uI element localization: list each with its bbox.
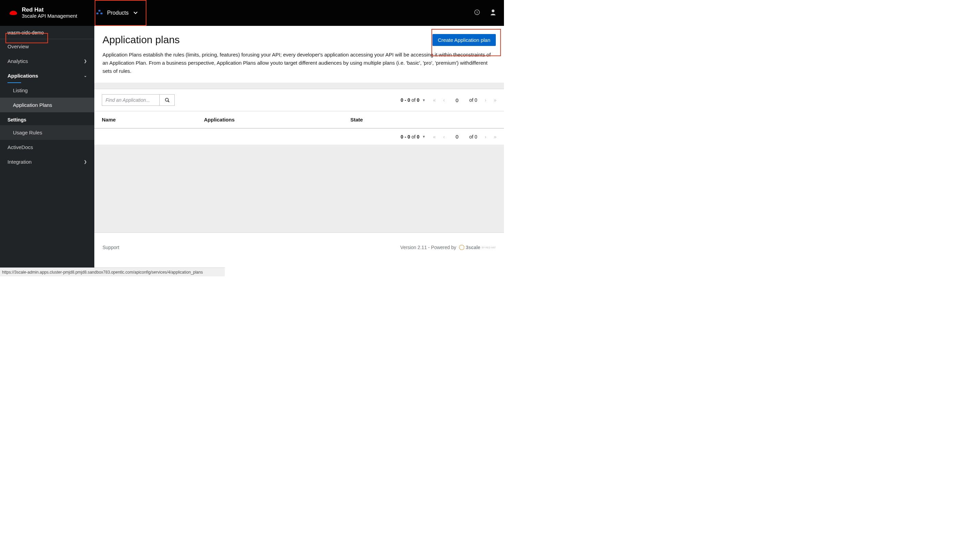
browser-status-bar: https://3scale-admin.apps.cluster-pmjd8.…: [0, 267, 225, 276]
sidebar-label: Application Plans: [13, 102, 52, 108]
of-label: of: [411, 134, 415, 140]
sidebar-item-application-plans[interactable]: Application Plans: [0, 98, 94, 112]
sidebar-item-applications[interactable]: Applications⌄: [0, 68, 94, 83]
user-icon[interactable]: [490, 9, 496, 17]
search-input[interactable]: [102, 94, 160, 106]
sidebar-product-name: wasm-oidc-demo: [0, 26, 94, 39]
nav-products-label: Products: [107, 10, 129, 16]
redhat-hat-icon: [8, 9, 18, 17]
svg-text:?: ?: [476, 10, 478, 14]
pagination-bottom: 0 - 0 of 0 ▼ « ‹ of 0 › »: [401, 134, 497, 140]
sidebar: wasm-oidc-demo Overview Analytics❯ Appli…: [0, 26, 94, 267]
chevron-down-icon: ⌄: [84, 73, 87, 78]
range-text: 0 - 0: [401, 134, 410, 140]
sidebar-item-analytics[interactable]: Analytics❯: [0, 54, 94, 68]
main-footer: Support Version 2.11 - Powered by 3scale…: [94, 232, 504, 250]
search-box: [102, 94, 175, 106]
page-total: 0: [475, 97, 477, 103]
brand-line1: Red Hat: [22, 7, 77, 13]
status-url: https://3scale-admin.apps.cluster-pmjd8.…: [2, 270, 203, 275]
main-content: Application plans Create Application pla…: [94, 26, 504, 267]
powered-by: Version 2.11 - Powered by 3scale BY RED …: [401, 245, 496, 250]
sidebar-item-usage-rules[interactable]: Usage Rules: [0, 125, 94, 140]
range-text: 0 - 0: [401, 97, 410, 103]
version-text: Version 2.11 - Powered by: [401, 245, 456, 250]
prev-page-button[interactable]: ‹: [443, 97, 445, 103]
caret-down-icon: ▼: [422, 135, 426, 138]
last-page-button[interactable]: »: [494, 134, 496, 140]
column-header-applications[interactable]: Applications: [204, 117, 350, 122]
brand-logo[interactable]: Red Hat 3scale API Management: [8, 7, 77, 19]
header-right: ?: [474, 9, 496, 17]
first-page-button[interactable]: «: [433, 97, 436, 103]
page-description: Application Plans establish the rules (l…: [102, 51, 496, 75]
svg-point-5: [492, 10, 495, 12]
page-total: 0: [475, 134, 477, 140]
caret-down-icon: ▼: [422, 99, 426, 102]
sidebar-label: Overview: [8, 44, 29, 49]
sidebar-label: Listing: [13, 87, 28, 93]
chevron-right-icon: ❯: [84, 59, 87, 63]
pagination-range[interactable]: 0 - 0 of 0 ▼: [401, 134, 426, 140]
first-page-button[interactable]: «: [433, 134, 436, 140]
range-total: 0: [417, 97, 420, 103]
cubes-icon: [96, 10, 102, 16]
sidebar-item-listing[interactable]: Listing: [0, 83, 94, 98]
table-toolbar-bottom: 0 - 0 of 0 ▼ « ‹ of 0 › »: [94, 128, 504, 145]
svg-line-7: [168, 101, 169, 102]
chevron-right-icon: ❯: [84, 160, 87, 164]
sidebar-label: Applications: [8, 73, 38, 79]
chevron-down-icon: [134, 11, 138, 15]
of-label: of: [469, 97, 473, 103]
of-label: of: [411, 97, 415, 103]
brand-text: Red Hat 3scale API Management: [22, 7, 77, 19]
last-page-button[interactable]: »: [494, 97, 496, 103]
page-title: Application plans: [102, 34, 180, 46]
search-button[interactable]: [160, 94, 175, 106]
threescale-ring-icon: [459, 245, 465, 250]
column-header-state[interactable]: State: [350, 117, 496, 122]
table-header-row: Name Applications State: [94, 111, 504, 128]
next-page-button[interactable]: ›: [485, 97, 487, 103]
range-total: 0: [417, 134, 420, 140]
top-header: Red Hat 3scale API Management Products ?: [0, 0, 504, 26]
threescale-logo: 3scale BY RED HAT: [459, 245, 496, 250]
by-redhat-text: BY RED HAT: [482, 246, 496, 249]
create-application-plan-button[interactable]: Create Application plan: [433, 34, 496, 46]
sidebar-label: Analytics: [8, 58, 28, 64]
sidebar-item-integration[interactable]: Integration❯: [0, 154, 94, 169]
sidebar-label: ActiveDocs: [8, 144, 33, 150]
prev-page-button[interactable]: ‹: [443, 134, 445, 140]
page-current-input[interactable]: [452, 134, 462, 140]
sidebar-item-activedocs[interactable]: ActiveDocs: [0, 140, 94, 154]
search-icon: [165, 98, 170, 102]
svg-rect-2: [100, 13, 102, 14]
sidebar-item-overview[interactable]: Overview: [0, 39, 94, 54]
svg-rect-1: [96, 13, 99, 14]
sidebar-label: Usage Rules: [13, 130, 42, 135]
page-current-input[interactable]: [452, 97, 462, 103]
pagination-range[interactable]: 0 - 0 of 0 ▼: [401, 97, 426, 103]
svg-rect-0: [99, 10, 100, 11]
help-icon[interactable]: ?: [474, 9, 480, 17]
support-link[interactable]: Support: [102, 245, 119, 250]
brand-line2: 3scale API Management: [22, 13, 77, 19]
of-label: of: [469, 134, 473, 140]
table-toolbar-top: 0 - 0 of 0 ▼ « ‹ of 0 › »: [94, 89, 504, 111]
sidebar-group-settings: Settings: [0, 112, 94, 125]
pagination-top: 0 - 0 of 0 ▼ « ‹ of 0 › »: [401, 97, 497, 103]
sidebar-label: Integration: [8, 159, 32, 165]
nav-products-dropdown[interactable]: Products: [89, 0, 145, 26]
next-page-button[interactable]: ›: [485, 134, 487, 140]
column-header-name[interactable]: Name: [102, 117, 204, 122]
threescale-text: 3scale: [466, 245, 480, 250]
svg-point-6: [165, 99, 168, 102]
